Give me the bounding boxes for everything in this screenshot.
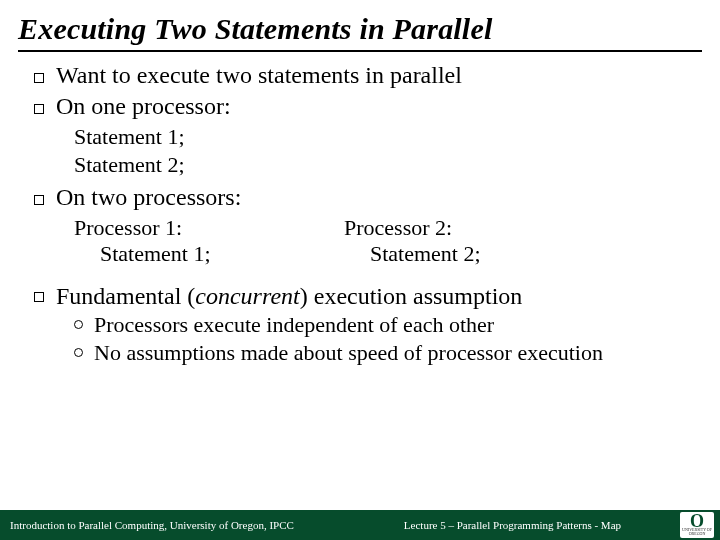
processor-2-head: Processor 2: (344, 215, 614, 241)
processor-col-1: Processor 1: Statement 1; (74, 215, 344, 267)
slide: Executing Two Statements in Parallel Wan… (0, 0, 720, 540)
footer-center: Lecture 5 – Parallel Programming Pattern… (294, 519, 690, 531)
bullet-4-post: ) execution assumption (300, 283, 523, 309)
processor-col-2: Processor 2: Statement 2; (344, 215, 614, 267)
square-bullet-icon (34, 289, 56, 305)
bullet-2-text: On one processor: (56, 93, 702, 120)
bullet-2: On one processor: (34, 93, 702, 120)
footer-left: Introduction to Parallel Computing, Univ… (10, 519, 294, 531)
bullet-4-italic: concurrent (195, 283, 299, 309)
footer-bar: Introduction to Parallel Computing, Univ… (0, 510, 720, 540)
logo-letter: O (680, 514, 714, 528)
bullet-4: Fundamental (concurrent) execution assum… (34, 283, 702, 310)
logo-caption: UNIVERSITY OF OREGON (680, 528, 714, 536)
bullet-4-sub-1-text: Processors execute independent of each o… (94, 312, 494, 338)
bullet-1: Want to execute two statements in parall… (34, 62, 702, 89)
bullet-4-pre: Fundamental ( (56, 283, 195, 309)
bullet-3-text: On two processors: (56, 184, 702, 211)
bullet-4-text: Fundamental (concurrent) execution assum… (56, 283, 702, 310)
processor-1-stmt: Statement 1; (100, 241, 344, 267)
bullet-1-text: Want to execute two statements in parall… (56, 62, 702, 89)
bullet-2-sub-2: Statement 2; (74, 152, 702, 178)
bullet-3: On two processors: (34, 184, 702, 211)
processor-1-head: Processor 1: (74, 215, 344, 241)
square-bullet-icon (34, 188, 56, 212)
bullet-4-sub-1: Processors execute independent of each o… (74, 312, 702, 338)
bullet-4-sub-2-text: No assumptions made about speed of proce… (94, 340, 603, 366)
slide-title: Executing Two Statements in Parallel (18, 12, 702, 46)
slide-content: Want to execute two statements in parall… (18, 62, 702, 366)
title-divider (18, 50, 702, 52)
square-bullet-icon (34, 66, 56, 90)
processor-2-stmt: Statement 2; (370, 241, 614, 267)
bullet-2-sub-1: Statement 1; (74, 124, 702, 150)
processor-columns: Processor 1: Statement 1; Processor 2: S… (74, 215, 702, 267)
university-logo: O UNIVERSITY OF OREGON (680, 512, 714, 538)
circle-bullet-icon (74, 344, 94, 360)
bullet-4-sub-2: No assumptions made about speed of proce… (74, 340, 702, 366)
square-bullet-icon (34, 97, 56, 121)
circle-bullet-icon (74, 316, 94, 332)
